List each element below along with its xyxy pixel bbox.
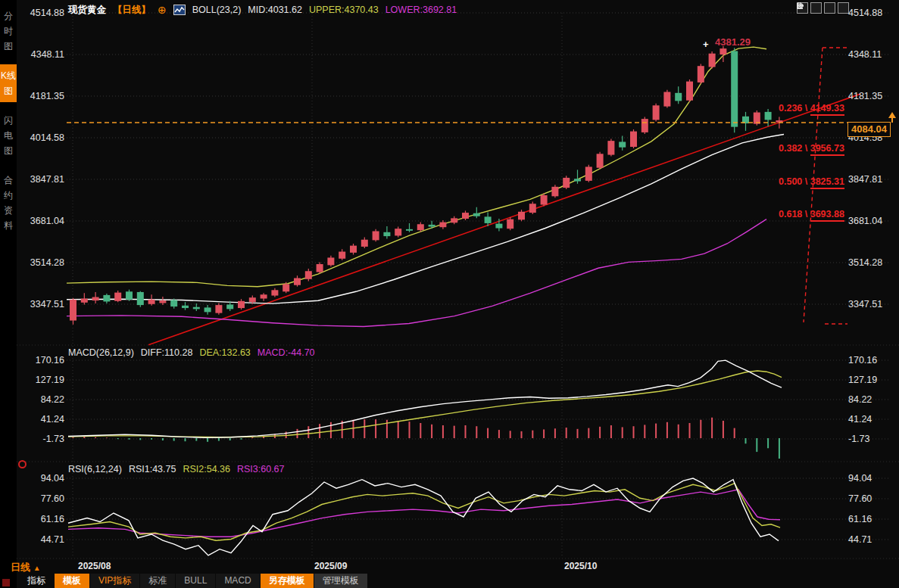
ax-macd-l-label: 41.24: [22, 414, 64, 425]
fib-level-label: 0.382 \ 3956.73: [779, 143, 844, 154]
fit-vertical-icon[interactable]: [824, 2, 835, 14]
fib-level-label: 0.618 \ 3693.88: [779, 209, 844, 219]
ax-main-r-label: 3847.81: [848, 174, 891, 185]
symbol-name: 现货黄金: [68, 4, 106, 17]
price-marker-icon: [888, 112, 896, 118]
add-indicator-icon[interactable]: ⊕: [158, 4, 167, 16]
macd-diff-value: DIFF:110.28: [141, 347, 193, 358]
corner-mark: [2, 579, 10, 586]
ax-main-r-label: 3681.04: [848, 216, 891, 226]
chart-toolbar: [797, 2, 849, 14]
current-price-tag: 4084.04: [847, 122, 891, 137]
fib-level-label: 0.500 \ 3825.31: [779, 176, 844, 187]
sidebar: 分时图K线图闪电图合约资料: [0, 0, 17, 588]
ax-macd-r-label: -1.73: [848, 434, 891, 444]
period-label: 日线: [11, 562, 30, 573]
peak-price-label: 4381.29: [715, 36, 751, 48]
ax-macd-l-label: 84.22: [22, 394, 64, 405]
ax-macd-l-label: 170.16: [22, 355, 64, 366]
macd-macd-value: MACD:-44.70: [258, 347, 315, 358]
rsi1-value: RSI1:43.75: [129, 464, 176, 474]
macd-dea-value: DEA:132.63: [199, 347, 250, 358]
rsi-header: RSI(6,12,24) RSI1:43.75 RSI2:54.36 RSI3:…: [68, 464, 285, 474]
ax-rsi-r-label: 94.04: [848, 473, 891, 484]
period-tag[interactable]: 【日线】: [113, 4, 151, 17]
ax-rsi-l-label: 44.71: [22, 534, 64, 545]
sidebar-item-3[interactable]: 闪电图: [0, 109, 17, 162]
ax-main-l-label: 3514.28: [22, 257, 64, 268]
ax-rsi-r-label: 44.71: [848, 534, 891, 545]
period-arrow-icon: ▲: [33, 564, 41, 572]
ax-macd-l-label: 127.19: [22, 375, 64, 385]
ax-main-l-label: 4181.35: [22, 91, 64, 101]
bottom-tab-3[interactable]: VIP指标: [90, 574, 139, 588]
sidebar-item-4[interactable]: 合约资料: [0, 169, 17, 237]
chart-header: 现货黄金 【日线】 ⊕ BOLL(23,2) MID:4031.62 UPPER…: [68, 4, 457, 16]
ax-main-l-label: 4348.11: [22, 49, 64, 60]
macd-title: MACD(26,12,9): [68, 347, 134, 358]
ax-main-r-label: 3514.28: [848, 257, 891, 268]
price-marker-stem: [891, 118, 893, 123]
boll-upper-value: UPPER:4370.43: [309, 5, 379, 15]
ax-rsi-l-label: 94.04: [22, 473, 64, 484]
bottom-tab-8[interactable]: 管理模板: [314, 574, 367, 588]
sidebar-item-2[interactable]: K线图: [0, 64, 17, 102]
rsi3-value: RSI3:60.67: [237, 464, 285, 474]
ax-main-l-label: 3847.81: [22, 174, 64, 185]
bottom-tab-2[interactable]: 模板: [55, 574, 89, 588]
xaxis-label: 2025/08: [78, 561, 111, 571]
rsi-title: RSI(6,12,24): [68, 464, 122, 474]
rsi2-value: RSI2:54.36: [183, 464, 230, 474]
ax-main-l-label: 3681.04: [22, 216, 64, 226]
bottom-tabbar: 指标模板VIP指标标准BULLMACD另存模板管理模板: [17, 574, 899, 588]
ax-macd-r-label: 127.19: [848, 375, 891, 385]
exit-icon[interactable]: [838, 2, 849, 14]
ax-main-l-label: 4014.58: [22, 132, 64, 143]
fib-level-label: 0.236 \ 4149.33: [779, 103, 844, 114]
ax-macd-r-label: 84.22: [848, 394, 891, 405]
mini-chart-icon: [173, 5, 186, 15]
sidebar-item-1[interactable]: 分时图: [0, 5, 17, 58]
xaxis-label: 2025/10: [564, 561, 597, 571]
ax-rsi-l-label: 61.16: [22, 514, 64, 524]
ax-macd-l-label: -1.73: [22, 434, 64, 444]
ax-rsi-r-label: 77.60: [848, 493, 891, 504]
ax-macd-r-label: 170.16: [848, 355, 891, 366]
xaxis-row: [17, 560, 899, 574]
ax-main-r-label: 4181.35: [848, 91, 891, 101]
ax-main-r-label: 3347.51: [848, 299, 891, 310]
boll-lower-value: LOWER:3692.81: [386, 5, 457, 15]
chart-canvas[interactable]: [0, 0, 899, 588]
bottom-tab-6[interactable]: MACD: [216, 574, 259, 588]
ax-rsi-l-label: 77.60: [22, 493, 64, 504]
ax-main-l-label: 4514.88: [22, 8, 64, 18]
bottom-tab-5[interactable]: BULL: [176, 574, 215, 588]
bottom-tab-4[interactable]: 标准: [140, 574, 175, 588]
ax-rsi-r-label: 61.16: [848, 514, 891, 524]
peak-cross-marker: +: [703, 39, 709, 50]
bottom-tab-1[interactable]: 指标: [19, 574, 54, 588]
boll-mid-value: MID:4031.62: [248, 5, 302, 15]
rsi-marker-icon: [18, 460, 27, 468]
ax-macd-r-label: 41.24: [848, 414, 891, 425]
ax-main-r-label: 4514.88: [848, 8, 891, 18]
ax-main-r-label: 4348.11: [848, 49, 891, 60]
period-selector[interactable]: 日线 ▲: [11, 561, 41, 574]
indicator-name: BOLL(23,2): [192, 5, 242, 15]
trading-app-window: 分时图K线图闪电图合约资料 现货黄金 【日线】 ⊕ BOLL(23,2) MID…: [0, 0, 899, 588]
xaxis-label: 2025/09: [314, 561, 347, 571]
ax-main-l-label: 3347.51: [22, 299, 64, 310]
macd-header: MACD(26,12,9) DIFF:110.28 DEA:132.63 MAC…: [68, 347, 315, 358]
bottom-tab-7[interactable]: 另存模板: [261, 574, 314, 588]
fit-horizontal-icon[interactable]: [810, 2, 822, 14]
